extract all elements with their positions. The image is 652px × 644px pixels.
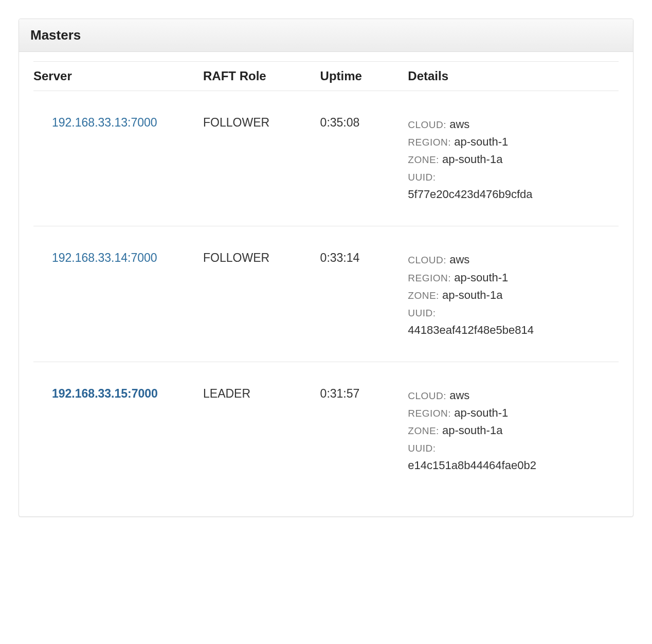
- details-label-cloud: CLOUD:: [408, 119, 446, 130]
- details-value-cloud: aws: [449, 253, 469, 266]
- col-header-server: Server: [33, 62, 203, 91]
- details-value-uuid: e14c151a8b44464fae0b2: [408, 457, 613, 474]
- panel-body: Server RAFT Role Uptime Details 192.168.…: [19, 52, 633, 516]
- server-link[interactable]: 192.168.33.14:7000: [52, 251, 157, 264]
- table-row: 192.168.33.15:7000 LEADER 0:31:57 CLOUD:…: [33, 362, 619, 497]
- raft-role-cell: LEADER: [203, 362, 320, 497]
- details-block: CLOUD: aws REGION: ap-south-1 ZONE: ap-s…: [408, 387, 613, 474]
- details-label-uuid: UUID:: [408, 172, 436, 183]
- details-label-uuid: UUID:: [408, 308, 436, 318]
- details-value-zone: ap-south-1a: [442, 289, 502, 301]
- col-header-uptime: Uptime: [320, 62, 408, 91]
- uptime-cell: 0:35:08: [320, 91, 408, 226]
- details-value-region: ap-south-1: [454, 271, 508, 284]
- uptime-cell: 0:31:57: [320, 362, 408, 497]
- details-label-uuid: UUID:: [408, 443, 436, 454]
- col-header-role: RAFT Role: [203, 62, 320, 91]
- details-label-region: REGION:: [408, 408, 451, 419]
- details-label-zone: ZONE:: [408, 425, 439, 436]
- raft-role-cell: FOLLOWER: [203, 226, 320, 362]
- details-label-zone: ZONE:: [408, 290, 439, 301]
- masters-table: Server RAFT Role Uptime Details 192.168.…: [33, 61, 619, 497]
- details-value-region: ap-south-1: [454, 135, 508, 148]
- raft-role-cell: FOLLOWER: [203, 91, 320, 226]
- details-label-region: REGION:: [408, 273, 451, 283]
- uptime-cell: 0:33:14: [320, 226, 408, 362]
- details-value-uuid: 44183eaf412f48e5be814: [408, 321, 613, 339]
- details-label-zone: ZONE:: [408, 154, 439, 165]
- details-value-region: ap-south-1: [454, 406, 508, 419]
- details-label-cloud: CLOUD:: [408, 255, 446, 265]
- details-label-region: REGION:: [408, 137, 451, 148]
- table-row: 192.168.33.14:7000 FOLLOWER 0:33:14 CLOU…: [33, 226, 619, 362]
- server-link[interactable]: 192.168.33.15:7000: [52, 387, 158, 400]
- details-block: CLOUD: aws REGION: ap-south-1 ZONE: ap-s…: [408, 251, 613, 338]
- details-value-cloud: aws: [449, 118, 469, 131]
- table-header-row: Server RAFT Role Uptime Details: [33, 62, 619, 91]
- masters-panel: Masters Server RAFT Role Uptime Details …: [19, 19, 633, 517]
- details-value-uuid: 5f77e20c423d476b9cfda: [408, 186, 613, 203]
- server-link[interactable]: 192.168.33.13:7000: [52, 116, 157, 129]
- panel-heading: Masters: [19, 19, 633, 52]
- panel-title: Masters: [30, 27, 622, 43]
- col-header-details: Details: [408, 62, 619, 91]
- details-block: CLOUD: aws REGION: ap-south-1 ZONE: ap-s…: [408, 116, 613, 203]
- details-label-cloud: CLOUD:: [408, 390, 446, 401]
- details-value-zone: ap-south-1a: [442, 153, 502, 166]
- table-row: 192.168.33.13:7000 FOLLOWER 0:35:08 CLOU…: [33, 91, 619, 226]
- details-value-zone: ap-south-1a: [442, 424, 502, 437]
- details-value-cloud: aws: [449, 389, 469, 402]
